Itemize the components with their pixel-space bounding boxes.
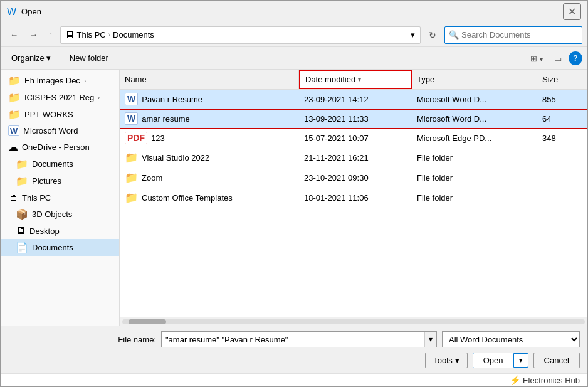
- sidebar-item-3d-objects[interactable]: 📦 3D Objects: [1, 206, 119, 223]
- main-content: 📁 Eh Images Dec › 📁 ICISPES 2021 Reg › 📁…: [1, 70, 587, 326]
- word-file-icon: W: [125, 93, 138, 105]
- filename-row: File name: ▾ All Word Documents Word Doc…: [8, 331, 580, 347]
- 3d-icon: 📦: [16, 208, 28, 220]
- column-date-modified[interactable]: Date modified ▾: [299, 70, 412, 89]
- address-dropdown-button[interactable]: ▾: [409, 30, 416, 40]
- sidebar-item-desktop[interactable]: 🖥 Desktop: [1, 223, 119, 239]
- table-row[interactable]: 📁 Visual Studio 2022 21-11-2021 16:21 Fi…: [120, 148, 587, 168]
- column-type[interactable]: Type: [412, 70, 537, 89]
- table-row[interactable]: W Pavan r Resume 23-09-2021 14:12 Micros…: [120, 90, 587, 109]
- sidebar-item-microsoft-word[interactable]: W Microsoft Word: [1, 123, 119, 139]
- pdf-file-icon: PDF: [125, 132, 147, 144]
- computer-icon: 🖥: [65, 29, 75, 41]
- folder-icon: 📁: [125, 151, 138, 164]
- bottom-bar: File name: ▾ All Word Documents Word Doc…: [1, 326, 587, 373]
- sidebar-item-pictures[interactable]: 📁 Pictures: [1, 172, 119, 189]
- sidebar: 📁 Eh Images Dec › 📁 ICISPES 2021 Reg › 📁…: [1, 70, 120, 326]
- search-icon: 🔍: [449, 30, 459, 40]
- help-button[interactable]: ?: [569, 51, 582, 65]
- word-icon: W: [8, 125, 19, 136]
- back-button[interactable]: ←: [6, 28, 23, 42]
- tools-button[interactable]: Tools ▾: [425, 353, 467, 368]
- open-dialog: W Open ✕ ← → ↑ 🖥 This PC › Documents ▾ ↻…: [0, 0, 588, 387]
- table-row[interactable]: PDF 123 15-07-2021 10:07 Microsoft Edge …: [120, 129, 587, 148]
- table-row[interactable]: 📁 Custom Office Templates 18-01-2021 11:…: [120, 188, 587, 208]
- cloud-icon: ☁: [8, 141, 18, 153]
- column-size[interactable]: Size: [537, 70, 587, 89]
- address-bar[interactable]: 🖥 This PC › Documents ▾: [60, 26, 421, 44]
- up-button[interactable]: ↑: [45, 28, 58, 42]
- filename-label: File name:: [118, 335, 156, 344]
- view-grid-button[interactable]: ⊞ ▾: [526, 50, 547, 66]
- new-folder-button[interactable]: New folder: [64, 51, 114, 65]
- sidebar-item-onedrive[interactable]: ☁ OneDrive - Person: [1, 139, 119, 156]
- sidebar-item-ppt-works[interactable]: 📁 PPT WORKS: [1, 106, 119, 123]
- sidebar-item-this-pc[interactable]: 🖥 This PC: [1, 189, 119, 206]
- view-details-button[interactable]: ▭: [550, 50, 566, 66]
- organize-button[interactable]: Organize ▾: [6, 51, 56, 65]
- dialog-title: Open: [21, 7, 41, 16]
- folder-icon: 📁: [8, 92, 21, 103]
- sidebar-item-documents[interactable]: 📄 Documents: [1, 239, 119, 256]
- filename-input[interactable]: [162, 335, 424, 344]
- sidebar-item-eh-images[interactable]: 📁 Eh Images Dec ›: [1, 72, 119, 89]
- brand-label: Electronics Hub: [523, 376, 580, 385]
- table-row[interactable]: W amar resume 13-09-2021 11:33 Microsoft…: [120, 109, 587, 129]
- horizontal-scrollbar[interactable]: [120, 317, 587, 326]
- content-toolbar: Organize ▾ New folder ⊞ ▾ ▭ ?: [1, 47, 587, 70]
- filetype-select-wrap: All Word Documents Word Documents All Fi…: [442, 331, 580, 347]
- folder-icon: 📁: [8, 75, 21, 87]
- folder-icon: 📁: [8, 109, 21, 120]
- forward-button[interactable]: →: [25, 28, 42, 42]
- word-file-icon: W: [125, 112, 138, 125]
- sidebar-item-icispes[interactable]: 📁 ICISPES 2021 Reg ›: [1, 89, 119, 106]
- file-list-container: Name Date modified ▾ Type Size W: [120, 70, 587, 326]
- address-segment-docs: Documents: [113, 30, 154, 40]
- column-name[interactable]: Name: [120, 70, 299, 89]
- desktop-icon: 🖥: [16, 225, 26, 236]
- computer-icon: 🖥: [8, 192, 18, 203]
- folder-icon: 📁: [16, 175, 28, 187]
- title-bar: W Open ✕: [1, 1, 587, 23]
- open-button-group: Open ▾: [473, 353, 528, 368]
- folder-icon: 📁: [16, 158, 28, 170]
- nav-toolbar: ← → ↑ 🖥 This PC › Documents ▾ ↻ 🔍: [1, 23, 587, 47]
- search-bar[interactable]: 🔍: [444, 26, 582, 44]
- actions-row: Tools ▾ Open ▾ Cancel: [8, 353, 580, 368]
- footer-brand: ⚡ Electronics Hub: [1, 373, 587, 386]
- sidebar-item-documents-onedrive[interactable]: 📁 Documents: [1, 156, 119, 172]
- cancel-button[interactable]: Cancel: [533, 353, 580, 368]
- search-input[interactable]: [461, 30, 578, 40]
- documents-icon: 📄: [16, 241, 28, 253]
- refresh-button[interactable]: ↻: [423, 28, 442, 43]
- address-segment-pc: This PC: [77, 30, 106, 40]
- file-list-header: Name Date modified ▾ Type Size: [120, 70, 587, 90]
- open-dropdown-button[interactable]: ▾: [513, 353, 528, 368]
- filename-input-wrap: ▾: [161, 331, 437, 347]
- filename-dropdown-button[interactable]: ▾: [424, 332, 436, 347]
- brand-icon: ⚡: [510, 375, 520, 385]
- folder-icon: 📁: [125, 171, 138, 184]
- open-button[interactable]: Open: [473, 353, 513, 368]
- file-list: W Pavan r Resume 23-09-2021 14:12 Micros…: [120, 90, 587, 317]
- table-row[interactable]: 📁 Zoom 23-10-2021 09:30 File folder: [120, 168, 587, 188]
- folder-icon: 📁: [125, 191, 138, 204]
- filetype-select[interactable]: All Word Documents Word Documents All Fi…: [443, 334, 579, 345]
- close-button[interactable]: ✕: [563, 3, 581, 20]
- word-app-icon: W: [7, 6, 16, 18]
